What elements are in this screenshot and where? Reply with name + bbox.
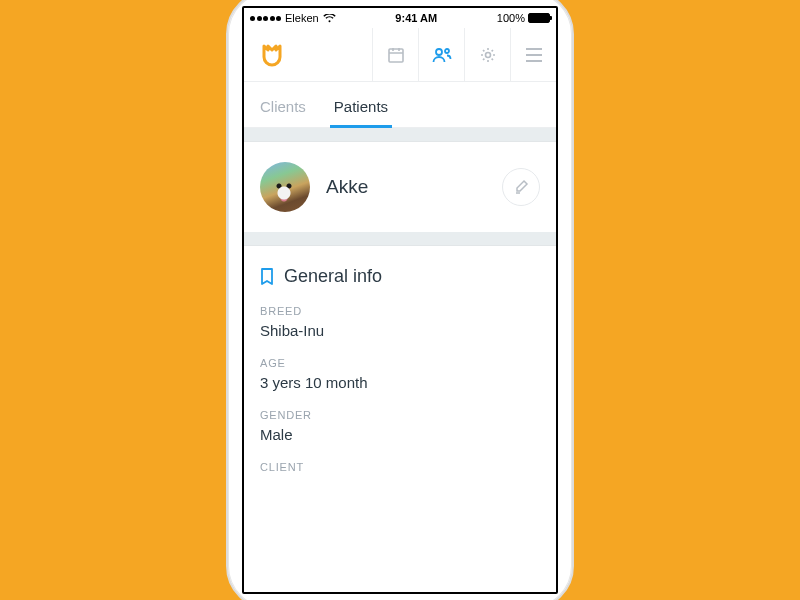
avatar: [260, 162, 310, 212]
signal-dots-icon: [250, 16, 281, 21]
field-age: AGE 3 yers 10 month: [260, 357, 540, 391]
status-bar: Eleken 9:41 AM 100%: [244, 8, 556, 28]
calendar-icon[interactable]: [372, 28, 418, 81]
svg-point-1: [436, 49, 442, 55]
carrier-label: Eleken: [285, 12, 319, 24]
header-icons: [372, 28, 556, 81]
svg-rect-0: [389, 49, 403, 62]
edit-button[interactable]: [502, 168, 540, 206]
bookmark-icon: [260, 268, 274, 286]
menu-icon[interactable]: [510, 28, 556, 81]
separator: [244, 232, 556, 246]
tabs: Clients Patients: [244, 82, 556, 128]
field-gender: GENDER Male: [260, 409, 540, 443]
patient-header: Akke: [244, 142, 556, 232]
svg-point-2: [445, 49, 449, 53]
field-value: 3 yers 10 month: [260, 374, 540, 391]
field-label: AGE: [260, 357, 540, 369]
tab-patients[interactable]: Patients: [334, 98, 388, 127]
field-client: CLIENT: [260, 461, 540, 473]
phone-frame: Eleken 9:41 AM 100%: [226, 0, 574, 600]
field-breed: BREED Shiba-Inu: [260, 305, 540, 339]
battery-percent: 100%: [497, 12, 525, 24]
general-info-section: General info BREED Shiba-Inu AGE 3 yers …: [244, 246, 556, 473]
app-logo-icon: [260, 42, 284, 68]
people-icon[interactable]: [418, 28, 464, 81]
field-value: Shiba-Inu: [260, 322, 540, 339]
app-header: [244, 28, 556, 82]
separator: [244, 128, 556, 142]
screen: Eleken 9:41 AM 100%: [242, 6, 558, 594]
patient-name: Akke: [326, 176, 502, 198]
field-label: BREED: [260, 305, 540, 317]
wifi-icon: [323, 14, 336, 23]
battery-icon: [528, 13, 550, 23]
status-right: 100%: [497, 12, 550, 24]
status-left: Eleken: [250, 12, 336, 24]
section-title: General info: [260, 266, 540, 287]
gear-icon[interactable]: [464, 28, 510, 81]
field-value: Male: [260, 426, 540, 443]
status-time: 9:41 AM: [336, 12, 497, 24]
field-label: GENDER: [260, 409, 540, 421]
svg-point-3: [485, 52, 490, 57]
field-label: CLIENT: [260, 461, 540, 473]
tab-clients[interactable]: Clients: [260, 98, 306, 127]
section-title-text: General info: [284, 266, 382, 287]
